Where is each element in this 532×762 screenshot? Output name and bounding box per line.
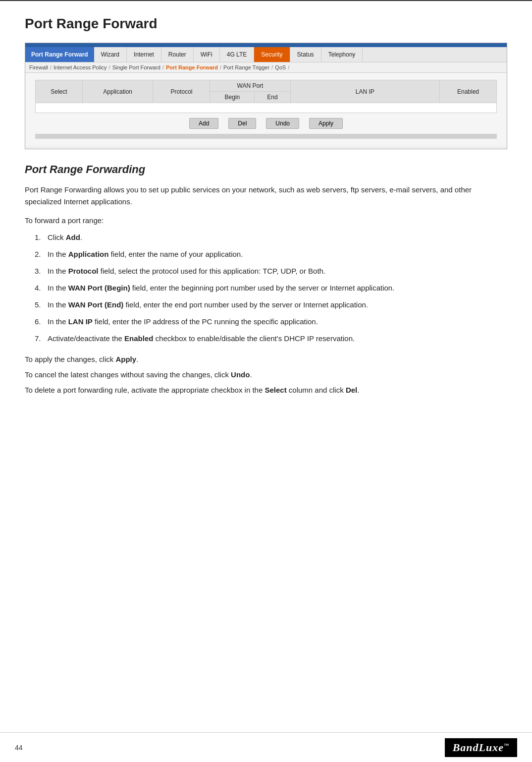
step6-bold: LAN IP — [68, 317, 93, 326]
step-7: 7. Activate/deactivate the Enabled check… — [35, 333, 507, 345]
nav-router[interactable]: Router — [161, 47, 194, 62]
step-1: 1. Click Add. — [35, 232, 507, 243]
forward-intro: To forward a port range: — [25, 215, 507, 227]
col-protocol: Protocol — [153, 80, 210, 103]
brand-tm: ™ — [504, 742, 509, 748]
subnav-spf[interactable]: Single Port Forward — [112, 64, 160, 70]
subnav-iap[interactable]: Internet Access Policy — [53, 64, 107, 70]
nav-4glte[interactable]: 4G LTE — [220, 47, 254, 62]
add-button[interactable]: Add — [189, 118, 218, 129]
closing-apply: To apply the changes, click Apply. — [25, 352, 507, 366]
step5-bold: WAN Port (End) — [68, 300, 124, 309]
bottom-bar — [35, 134, 497, 139]
closing-del-bold: Del — [346, 386, 357, 394]
subnav-qos[interactable]: QoS — [275, 64, 286, 70]
nav-internet[interactable]: Internet — [127, 47, 161, 62]
undo-button[interactable]: Undo — [266, 118, 299, 129]
step4-bold: WAN Port (Begin) — [68, 284, 130, 292]
closing-undo-bold: Undo — [231, 370, 250, 379]
col-wan-port: WAN Port — [210, 80, 290, 92]
intro-paragraph: Port Range Forwarding allows you to set … — [25, 184, 507, 208]
port-forward-table: Select Application Protocol WAN Port LAN… — [35, 80, 497, 113]
step-4: 4. In the WAN Port (Begin) field, enter … — [35, 282, 507, 294]
nav-telephony[interactable]: Telephony — [321, 47, 363, 62]
apply-button[interactable]: Apply — [309, 118, 343, 129]
nav-wifi[interactable]: WiFi — [194, 47, 220, 62]
col-application: Application — [82, 80, 153, 103]
nav-items: Wizard Internet Router WiFi 4G LTE Secur… — [94, 47, 507, 62]
del-button[interactable]: Del — [228, 118, 256, 129]
step-2: 2. In the Application field, enter the n… — [35, 248, 507, 260]
page-title: Port Range Forward — [25, 16, 507, 32]
closing-apply-bold: Apply — [115, 355, 136, 363]
table-empty-row — [36, 103, 497, 113]
step7-bold: Enabled — [124, 334, 153, 343]
footer: 44 BandLuxe™ — [0, 732, 532, 762]
nav-status[interactable]: Status — [290, 47, 321, 62]
col-wan-end: End — [255, 92, 290, 103]
nav-brand: Port Range Forward — [25, 47, 94, 62]
closing-delete: To delete a port forwarding rule, activa… — [25, 383, 507, 397]
col-select: Select — [36, 80, 83, 103]
step1-bold: Add — [66, 233, 80, 241]
nav-wizard[interactable]: Wizard — [94, 47, 127, 62]
step-5: 5. In the WAN Port (End) field, enter th… — [35, 299, 507, 311]
step-6: 6. In the LAN IP field, enter the IP add… — [35, 316, 507, 328]
subnav-firewall[interactable]: Firewall — [29, 64, 48, 70]
router-ui-screenshot: Port Range Forward Wizard Internet Route… — [25, 43, 507, 149]
closing-undo: To cancel the latest changes without sav… — [25, 368, 507, 381]
steps-list: 1. Click Add. 2. In the Application fiel… — [35, 232, 507, 345]
col-wan-begin: Begin — [210, 92, 255, 103]
step-3: 3. In the Protocol field, select the pro… — [35, 265, 507, 277]
subnav-prf[interactable]: Port Range Forward — [166, 64, 218, 70]
col-lan-ip: LAN IP — [290, 80, 439, 103]
brand-name: BandLuxe — [453, 741, 504, 754]
page-number: 44 — [15, 744, 23, 752]
table-actions: Add Del Undo Apply — [35, 118, 497, 129]
brand-logo: BandLuxe™ — [445, 738, 517, 757]
step2-bold: Application — [68, 250, 109, 258]
closing-select-bold: Select — [265, 386, 286, 394]
step3-bold: Protocol — [68, 267, 99, 275]
section-title: Port Range Forwarding — [25, 163, 507, 176]
sub-nav: Firewall / Internet Access Policy / Sing… — [25, 62, 507, 73]
router-top-bar — [25, 43, 507, 47]
subnav-prt[interactable]: Port Range Trigger — [223, 64, 269, 70]
nav-security[interactable]: Security — [254, 47, 290, 62]
table-area: Select Application Protocol WAN Port LAN… — [25, 73, 507, 146]
router-nav: Port Range Forward Wizard Internet Route… — [25, 47, 507, 62]
col-enabled: Enabled — [439, 80, 496, 103]
router-body: Select Application Protocol WAN Port LAN… — [25, 73, 507, 149]
